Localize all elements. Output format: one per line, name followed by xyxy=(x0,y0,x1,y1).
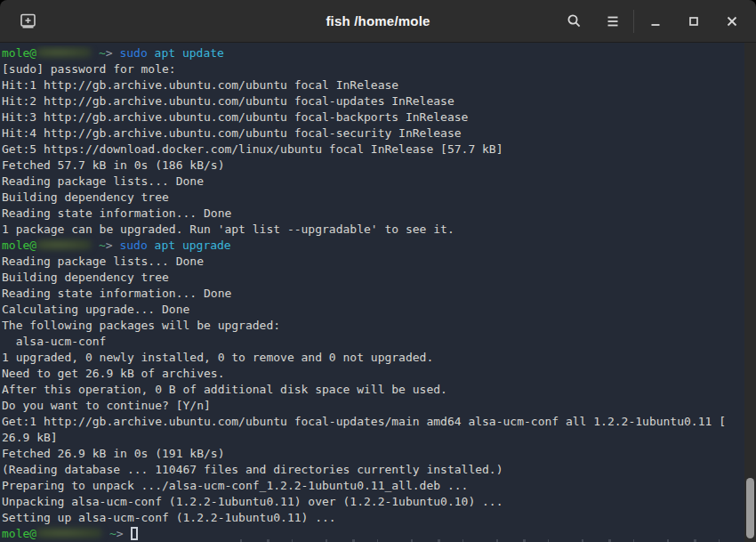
terminal-text-segment: Reading package lists... Done xyxy=(2,255,204,268)
terminal-text-segment: Setting up alsa-ucm-conf (1.2.2-1ubuntu0… xyxy=(2,511,336,524)
close-icon xyxy=(726,15,738,28)
terminal-line: Reading state information... Done xyxy=(2,206,744,222)
terminal-text-segment: Building dependency tree xyxy=(2,271,169,284)
terminal-line: Fetched 26.9 kB in 0s (191 kB/s) xyxy=(2,446,744,462)
terminal-line: Unpacking alsa-ucm-conf (1.2.2-1ubuntu0.… xyxy=(2,494,744,510)
terminal-line: Get:5 https://download.docker.com/linux/… xyxy=(2,142,744,158)
terminal-line: (Reading database ... 110467 files and d… xyxy=(2,462,744,478)
terminal-text-segment: Reading package lists... Done xyxy=(2,174,204,188)
terminal-line: [sudo] password for mole: xyxy=(2,61,744,77)
terminal-text-segment xyxy=(92,239,99,252)
terminal-line: Calculating upgrade... Done xyxy=(2,302,744,318)
terminal-text-segment: apt update xyxy=(155,46,224,60)
terminal-text-segment: Preparing to unpack .../alsa-ucm-conf_1.… xyxy=(2,479,468,492)
terminal-text-segment: Fetched 26.9 kB in 0s (191 kB/s) xyxy=(2,447,224,460)
terminal-cursor xyxy=(131,527,138,540)
terminal-text-segment: 26.9 kB] xyxy=(2,431,58,444)
minimize-icon xyxy=(649,15,662,28)
terminal-line: Do you want to continue? [Y/n] xyxy=(2,398,744,414)
redacted-hostname xyxy=(36,239,92,250)
terminal-text-segment: ~ xyxy=(99,239,106,252)
new-tab-icon xyxy=(20,12,36,29)
terminal-text-segment: Do you want to continue? [Y/n] xyxy=(2,399,211,412)
maximize-icon xyxy=(688,15,700,28)
terminal-text-segment: sudo xyxy=(119,46,147,60)
terminal-text-segment: mole@ xyxy=(2,46,36,60)
terminal-line: Building dependency tree xyxy=(2,190,744,206)
terminal-line: mole@ ~> sudo apt update xyxy=(2,45,744,61)
terminal-line: 26.9 kB] xyxy=(2,430,744,446)
maximize-button[interactable] xyxy=(674,0,712,43)
terminal-text-segment: (Reading database ... 110467 files and d… xyxy=(2,463,503,476)
terminal-text-segment: alsa-ucm-conf xyxy=(2,335,106,348)
minimize-button[interactable] xyxy=(636,0,674,43)
new-tab-button[interactable] xyxy=(14,0,41,43)
terminal-line: 1 upgraded, 0 newly installed, 0 to remo… xyxy=(2,350,744,366)
titlebar-separator xyxy=(633,10,634,33)
terminal-text-segment: Hit:4 http://gb.archive.ubuntu.com/ubunt… xyxy=(2,126,462,140)
terminal-line: Get:1 http://gb.archive.ubuntu.com/ubunt… xyxy=(2,414,744,430)
terminal-line: Reading package lists... Done xyxy=(2,254,744,270)
terminal-text-segment: mole@ xyxy=(2,239,36,252)
terminal-text-segment: Hit:2 http://gb.archive.ubuntu.com/ubunt… xyxy=(2,94,454,108)
terminal-line: 1 package can be upgraded. Run 'apt list… xyxy=(2,222,744,238)
terminal-output: mole@ ~> sudo apt update[sudo] password … xyxy=(2,45,744,542)
terminal-line: Fetched 57.7 kB in 0s (186 kB/s) xyxy=(2,158,744,174)
terminal-text-segment xyxy=(148,239,155,252)
terminal-text-segment: After this operation, 0 B of additional … xyxy=(2,383,447,396)
terminal-text-segment: Calculating upgrade... Done xyxy=(2,303,189,316)
titlebar: fish /home/mole xyxy=(0,0,756,43)
scrollbar[interactable] xyxy=(744,43,756,542)
terminal-text-segment: Building dependency tree xyxy=(2,190,169,204)
redacted-hostname xyxy=(36,528,102,538)
terminal-text-segment: mole@ xyxy=(2,527,36,540)
terminal-line: The following packages will be upgraded: xyxy=(2,318,744,334)
terminal-line: Reading package lists... Done xyxy=(2,174,744,190)
terminal-text-segment xyxy=(148,46,155,60)
terminal-text-segment xyxy=(92,46,99,60)
terminal-line: Preparing to unpack .../alsa-ucm-conf_1.… xyxy=(2,478,744,494)
terminal-line: Building dependency tree xyxy=(2,270,744,286)
terminal-text-segment: [sudo] password for mole: xyxy=(2,62,176,76)
terminal-window: fish /home/mole xyxy=(0,0,756,542)
terminal-text-segment: Hit:3 http://gb.archive.ubuntu.com/ubunt… xyxy=(2,110,468,124)
terminal-line: Hit:2 http://gb.archive.ubuntu.com/ubunt… xyxy=(2,93,744,109)
terminal-text-segment: 1 package can be upgraded. Run 'apt list… xyxy=(2,222,454,236)
terminal-line: Hit:3 http://gb.archive.ubuntu.com/ubunt… xyxy=(2,109,744,125)
terminal-text-segment: sudo xyxy=(119,239,147,252)
menu-button[interactable] xyxy=(593,0,631,43)
terminal-line: Need to get 26.9 kB of archives. xyxy=(2,366,744,382)
terminal-line: Reading state information... Done xyxy=(2,286,744,302)
terminal-line: alsa-ucm-conf xyxy=(2,334,744,350)
terminal-text-segment: Get:1 http://gb.archive.ubuntu.com/ubunt… xyxy=(2,415,726,428)
terminal-line: Setting up alsa-ucm-conf (1.2.2-1ubuntu0… xyxy=(2,510,744,526)
terminal-line: mole@ ~> sudo apt upgrade xyxy=(2,238,744,254)
search-icon xyxy=(567,13,582,28)
terminal-text-segment: Reading state information... Done xyxy=(2,206,231,220)
terminal-line: Hit:1 http://gb.archive.ubuntu.com/ubunt… xyxy=(2,77,744,93)
terminal-text-segment: ~ xyxy=(99,46,106,60)
terminal-line: Hit:4 http://gb.archive.ubuntu.com/ubunt… xyxy=(2,125,744,142)
terminal-text-segment: apt upgrade xyxy=(155,239,231,252)
terminal-text-segment: Need to get 26.9 kB of archives. xyxy=(2,367,224,380)
terminal-line: After this operation, 0 B of additional … xyxy=(2,382,744,398)
terminal-viewport[interactable]: mole@ ~> sudo apt update[sudo] password … xyxy=(0,43,756,542)
hamburger-menu-icon xyxy=(606,15,620,28)
search-button[interactable] xyxy=(555,0,593,43)
terminal-text-segment: Reading state information... Done xyxy=(2,287,231,300)
redacted-hostname xyxy=(36,47,92,58)
terminal-text-segment: > xyxy=(106,46,113,60)
terminal-text-segment: Hit:1 http://gb.archive.ubuntu.com/ubunt… xyxy=(2,78,398,92)
terminal-text-segment: 1 upgraded, 0 newly installed, 0 to remo… xyxy=(2,351,433,364)
terminal-text-segment: Unpacking alsa-ucm-conf (1.2.2-1ubuntu0.… xyxy=(2,495,503,508)
terminal-text-segment: Fetched 57.7 kB in 0s (186 kB/s) xyxy=(2,158,224,172)
close-button[interactable] xyxy=(712,0,751,43)
terminal-text-segment: ~ xyxy=(109,527,117,540)
terminal-text-segment: > xyxy=(106,239,113,252)
terminal-text-segment xyxy=(102,527,109,540)
scrollbar-thumb[interactable] xyxy=(746,478,754,538)
terminal-text-segment xyxy=(124,527,131,540)
terminal-text-segment: The following packages will be upgraded: xyxy=(2,319,280,332)
terminal-text-segment: > xyxy=(117,527,124,540)
terminal-text-segment: Get:5 https://download.docker.com/linux/… xyxy=(2,142,503,156)
